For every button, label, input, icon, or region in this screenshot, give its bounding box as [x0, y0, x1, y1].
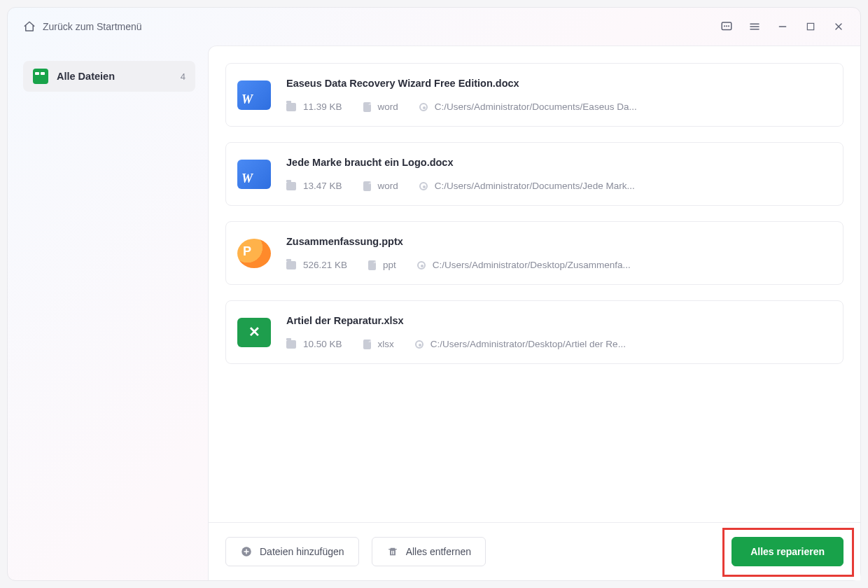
sidebar-item-label: Alle Dateien: [57, 71, 172, 82]
remove-all-button[interactable]: Alles entfernen: [372, 537, 486, 566]
file-detail: xlsx: [363, 339, 394, 349]
menu-icon[interactable]: [748, 20, 761, 33]
window-controls: [720, 20, 845, 33]
sidebar-item-count: 4: [181, 71, 186, 82]
file-detail-value: C:/Users/Administrator/Documents/Easeus …: [435, 102, 637, 112]
file-detail-value: 526.21 KB: [303, 260, 347, 270]
svg-rect-8: [807, 23, 813, 29]
files-icon: [33, 69, 48, 84]
add-files-button[interactable]: Dateien hinzufügen: [225, 537, 359, 566]
trash-icon: [386, 545, 399, 558]
location-icon: [419, 182, 428, 190]
size-icon: [286, 182, 296, 190]
minimize-button[interactable]: [776, 20, 789, 33]
sidebar: Alle Dateien 4: [23, 46, 195, 580]
file-detail-value: C:/Users/Administrator/Documents/Jede Ma…: [435, 181, 635, 191]
file-row[interactable]: Artiel der Reparatur.xlsx10.50 KBxlsxC:/…: [225, 300, 844, 364]
location-icon: [419, 103, 428, 111]
type-icon: [368, 260, 376, 270]
repair-all-label: Alles reparieren: [750, 546, 825, 557]
file-detail: C:/Users/Administrator/Documents/Jede Ma…: [419, 181, 635, 191]
file-details: 10.50 KBxlsxC:/Users/Administrator/Deskt…: [286, 339, 829, 349]
file-details: 13.47 KBwordC:/Users/Administrator/Docum…: [286, 181, 829, 191]
size-icon: [286, 261, 296, 270]
file-detail: 11.39 KB: [286, 102, 342, 112]
file-list: Easeus Data Recovery Wizard Free Edition…: [209, 46, 860, 522]
sidebar-item-all-files[interactable]: Alle Dateien 4: [23, 61, 195, 92]
add-files-label: Dateien hinzufügen: [260, 546, 344, 557]
file-meta: Zusammenfassung.pptx526.21 KBpptC:/Users…: [286, 236, 829, 270]
file-detail-value: 13.47 KB: [303, 181, 342, 191]
file-name: Artiel der Reparatur.xlsx: [286, 315, 829, 326]
svg-point-1: [724, 26, 725, 27]
word-file-icon: [237, 80, 271, 110]
file-detail-value: 10.50 KB: [303, 339, 342, 349]
type-icon: [363, 340, 371, 349]
ppt-file-icon: [237, 239, 271, 268]
svg-rect-15: [390, 550, 396, 556]
file-detail-value: word: [378, 181, 398, 191]
file-detail-value: C:/Users/Administrator/Desktop/Zusammenf…: [433, 260, 631, 270]
file-meta: Artiel der Reparatur.xlsx10.50 KBxlsxC:/…: [286, 315, 829, 349]
body: Alle Dateien 4 Easeus Data Recovery Wiza…: [8, 46, 860, 580]
file-meta: Easeus Data Recovery Wizard Free Edition…: [286, 78, 829, 112]
file-detail: 13.47 KB: [286, 181, 342, 191]
main-panel: Easeus Data Recovery Wizard Free Edition…: [208, 46, 860, 580]
file-details: 11.39 KBwordC:/Users/Administrator/Docum…: [286, 102, 829, 112]
svg-point-2: [727, 26, 727, 27]
file-row[interactable]: Zusammenfassung.pptx526.21 KBpptC:/Users…: [225, 221, 844, 285]
remove-all-label: Alles entfernen: [406, 546, 471, 557]
size-icon: [286, 340, 296, 349]
file-detail: ppt: [368, 260, 396, 270]
location-icon: [415, 340, 424, 349]
xls-file-icon: [237, 318, 271, 347]
file-name: Easeus Data Recovery Wizard Free Edition…: [286, 78, 829, 89]
word-file-icon: [237, 160, 271, 189]
footer: Dateien hinzufügen Alles entfernen Alles…: [209, 522, 860, 580]
file-detail: C:/Users/Administrator/Desktop/Zusammenf…: [417, 260, 631, 270]
feedback-icon[interactable]: [720, 20, 733, 33]
file-row[interactable]: Jede Marke braucht ein Logo.docx13.47 KB…: [225, 142, 844, 206]
file-detail-value: C:/Users/Administrator/Desktop/Artiel de…: [430, 339, 626, 349]
file-detail: word: [363, 102, 398, 112]
back-to-start-button[interactable]: Zurück zum Startmenü: [23, 20, 142, 33]
file-detail-value: xlsx: [378, 339, 394, 349]
file-meta: Jede Marke braucht ein Logo.docx13.47 KB…: [286, 157, 829, 191]
home-icon: [23, 20, 36, 33]
app-window: Zurück zum Startmenü Alle Date: [7, 7, 861, 581]
close-button[interactable]: [832, 20, 845, 33]
file-row[interactable]: Easeus Data Recovery Wizard Free Edition…: [225, 63, 844, 127]
file-detail: word: [363, 181, 398, 191]
svg-point-3: [729, 26, 729, 27]
file-details: 526.21 KBpptC:/Users/Administrator/Deskt…: [286, 260, 829, 270]
type-icon: [363, 102, 371, 112]
titlebar: Zurück zum Startmenü: [8, 8, 860, 46]
file-detail: C:/Users/Administrator/Documents/Easeus …: [419, 102, 637, 112]
file-name: Jede Marke braucht ein Logo.docx: [286, 157, 829, 168]
file-detail-value: ppt: [383, 260, 396, 270]
file-detail: 526.21 KB: [286, 260, 347, 270]
location-icon: [417, 261, 426, 270]
type-icon: [363, 181, 371, 191]
size-icon: [286, 103, 296, 111]
file-detail-value: 11.39 KB: [303, 102, 342, 112]
file-detail: 10.50 KB: [286, 339, 342, 349]
file-name: Zusammenfassung.pptx: [286, 236, 829, 247]
repair-all-button[interactable]: Alles reparieren: [732, 537, 844, 566]
file-detail: C:/Users/Administrator/Desktop/Artiel de…: [415, 339, 626, 349]
back-label: Zurück zum Startmenü: [43, 21, 142, 32]
plus-circle-icon: [240, 545, 253, 558]
file-detail-value: word: [378, 102, 398, 112]
maximize-button[interactable]: [804, 20, 817, 33]
